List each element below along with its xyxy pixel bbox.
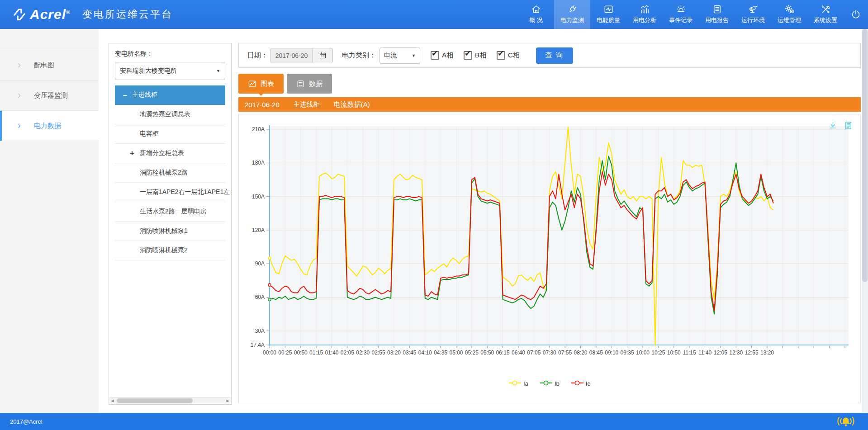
nav-item-power-monitor[interactable]: 电力监测: [554, 0, 590, 29]
nav-item-environment[interactable]: 运行环境: [735, 0, 771, 29]
svg-text:00:00: 00:00: [263, 350, 276, 356]
phase-checkbox-c[interactable]: ✔C相: [497, 51, 520, 60]
data-view-icon[interactable]: [844, 121, 853, 130]
copyright-text: 2017@Acrel: [10, 418, 43, 425]
svg-text:05:25: 05:25: [465, 350, 479, 356]
nav-item-home[interactable]: 概 况: [518, 0, 554, 29]
svg-text:01:15: 01:15: [309, 350, 323, 356]
scrollbar-thumb[interactable]: [117, 398, 193, 403]
legend-item-ib[interactable]: Ib: [540, 380, 560, 387]
tree-horizontal-scrollbar[interactable]: ◀ ▶: [109, 397, 231, 404]
view-tabs: 图表数据: [238, 74, 332, 94]
calendar-icon: [319, 52, 327, 59]
tab-chart[interactable]: 图表: [238, 74, 284, 94]
station-panel: 变电所名称： 安科瑞新大楼变电所 ▼ −主进线柜地源热泵空调总表电容柜+新增分立…: [109, 43, 232, 405]
svg-text:60A: 60A: [255, 294, 265, 300]
tree-row-5[interactable]: 一层南1APE2右一层北1APE1左: [115, 183, 225, 202]
chevron-right-icon: [16, 62, 22, 68]
nav-item-power-quality[interactable]: 电能质量: [590, 0, 626, 29]
tree-row-label: 消防栓机械泵2路: [140, 169, 188, 177]
system-settings-icon: [821, 4, 831, 14]
legend-marker-icon: [509, 380, 521, 387]
svg-text:02:30: 02:30: [356, 350, 370, 356]
svg-text:120A: 120A: [252, 227, 265, 233]
nav-item-ops-management[interactable]: 运维管理: [771, 0, 807, 29]
svg-text:07:55: 07:55: [558, 350, 572, 356]
svg-text:00:50: 00:50: [294, 350, 308, 356]
chevron-right-icon: [16, 123, 22, 129]
sidebar-item-power-data[interactable]: 电力数据: [0, 111, 99, 141]
logout-power-button[interactable]: [844, 0, 868, 29]
svg-text:180A: 180A: [252, 160, 265, 166]
checkbox-box: ✔: [431, 51, 439, 60]
nav-item-system-settings[interactable]: 系统设置: [807, 0, 844, 29]
power-icon: [850, 9, 861, 20]
nav-item-label: 用电报告: [705, 16, 729, 24]
tree-row-1[interactable]: 地源热泵空调总表: [115, 105, 225, 124]
power-type-label: 电力类别：: [342, 51, 376, 60]
download-icon[interactable]: [828, 121, 838, 130]
scroll-right-arrow-icon[interactable]: ▶: [224, 397, 231, 404]
tree-row-3[interactable]: +新增分立柜总表: [115, 144, 225, 163]
chart-panel: 17.4A30A60A90A120A150A180A210A00:0000:25…: [238, 114, 861, 403]
power-type-select[interactable]: 电流 ▼: [379, 47, 420, 64]
tree-row-8[interactable]: 消防喷淋机械泵2: [115, 241, 225, 260]
chevron-right-icon: [16, 93, 22, 99]
svg-text:07:05: 07:05: [527, 350, 541, 356]
acrel-logo-icon: [13, 8, 26, 21]
svg-text:04:35: 04:35: [434, 350, 447, 356]
check-icon: ✔: [432, 49, 438, 58]
svg-text:03:45: 03:45: [403, 350, 416, 356]
tree-row-label: 新增分立柜总表: [140, 149, 184, 157]
legend-label: Ia: [523, 380, 528, 387]
chart-toolbox: [828, 121, 853, 130]
station-select[interactable]: 安科瑞新大楼变电所 ▼: [115, 62, 225, 80]
scroll-left-arrow-icon[interactable]: ◀: [109, 397, 116, 404]
device-tree: −主进线柜地源热泵空调总表电容柜+新增分立柜总表消防栓机械泵2路一层南1APE2…: [115, 85, 225, 260]
event-record-icon: [676, 4, 686, 14]
svg-text:05:50: 05:50: [480, 350, 494, 356]
sidebar-item-transformer-monitor[interactable]: 变压器监测: [0, 80, 99, 111]
sidebar-item-distribution-map[interactable]: 配电图: [0, 50, 99, 80]
chart-info-bar: 2017-06-20 主进线柜 电流数据(A): [238, 97, 861, 112]
phase-label: C相: [508, 51, 520, 60]
svg-text:30A: 30A: [255, 328, 265, 334]
page-scrollbar[interactable]: [862, 29, 868, 413]
svg-text:12:05: 12:05: [714, 350, 727, 356]
nav-item-label: 概 况: [529, 16, 543, 24]
svg-text:08:20: 08:20: [574, 350, 587, 356]
sidebar-item-label: 变压器监测: [34, 91, 68, 100]
tree-row-6[interactable]: 生活水泵2路一层弱电房: [115, 202, 225, 222]
calendar-button[interactable]: [312, 48, 333, 63]
station-select-value: 安科瑞新大楼变电所: [120, 67, 177, 75]
legend-item-ia[interactable]: Ia: [509, 380, 528, 387]
date-input[interactable]: [270, 48, 312, 63]
tree-row-4[interactable]: 消防栓机械泵2路: [115, 163, 225, 183]
chart-tab-icon: [248, 80, 256, 88]
nav-item-label: 用电分析: [633, 16, 656, 24]
phase-checkbox-b[interactable]: ✔B相: [464, 51, 486, 60]
alarm-bell-icon[interactable]: [835, 415, 856, 428]
page-scrollbar-thumb[interactable]: [862, 29, 868, 282]
query-button[interactable]: 查 询: [536, 47, 573, 64]
tree-row-label: 消防喷淋机械泵2: [140, 246, 188, 255]
legend-marker-icon: [540, 380, 552, 387]
tree-row-label: 地源热泵空调总表: [140, 110, 190, 118]
svg-text:13:20: 13:20: [760, 350, 774, 356]
tree-row-2[interactable]: 电容柜: [115, 124, 225, 144]
tree-row-7[interactable]: 消防喷淋机械泵1: [115, 222, 225, 241]
phase-checkbox-a[interactable]: ✔A相: [431, 51, 453, 60]
check-icon: ✔: [465, 49, 471, 58]
info-date: 2017-06-20: [245, 101, 280, 109]
nav-item-event-record[interactable]: 事件记录: [663, 0, 699, 29]
tree-row-0[interactable]: −主进线柜: [115, 85, 225, 105]
legend-item-ic[interactable]: Ic: [571, 380, 590, 387]
svg-text:11:40: 11:40: [698, 350, 711, 356]
footer: 2017@Acrel: [0, 413, 868, 430]
nav-item-usage-analysis[interactable]: 用电分析: [626, 0, 663, 29]
collapse-minus-icon[interactable]: −: [123, 91, 127, 99]
tab-data[interactable]: 数据: [287, 74, 332, 94]
nav-item-report[interactable]: 用电报告: [699, 0, 735, 29]
svg-text:10:50: 10:50: [667, 350, 681, 356]
expand-plus-icon[interactable]: +: [130, 149, 134, 158]
